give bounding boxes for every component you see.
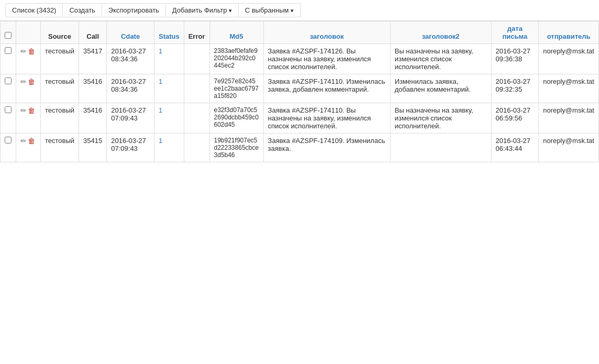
- table-row: ✏🗑тестовый354162016-03-27 07:09:431e32f3…: [1, 103, 599, 134]
- data-table-container: Source Call Cdate Status Error Md5 загол…: [0, 21, 599, 162]
- row-checkbox[interactable]: [5, 106, 12, 113]
- source-header: Source: [41, 21, 79, 44]
- status-cell: 1: [154, 44, 184, 74]
- actions-header: [16, 21, 41, 44]
- data-table: Source Call Cdate Status Error Md5 загол…: [0, 21, 599, 162]
- cdate-cell: 2016-03-27 08:34:36: [107, 74, 154, 103]
- source-cell: тестовый: [41, 103, 79, 134]
- zagolovok2-cell: Вы назначены на заявку, изменился список…: [390, 103, 491, 134]
- call-header: Call: [79, 21, 107, 44]
- toolbar: Список (3432) Создать Экспортировать Доб…: [0, 0, 599, 21]
- otpravitel-cell: noreply@msk.tat: [539, 74, 599, 103]
- call-cell: 35416: [79, 103, 107, 134]
- otpravitel-header[interactable]: отправитель: [539, 21, 599, 44]
- error-cell: [184, 103, 209, 134]
- md5-header[interactable]: Md5: [209, 21, 263, 44]
- select-all-header[interactable]: [1, 21, 16, 44]
- edit-icon[interactable]: ✏: [20, 47, 27, 56]
- zagolovok2-header[interactable]: заголовок2: [390, 21, 491, 44]
- row-actions-cell: ✏🗑: [16, 103, 41, 134]
- data-pisma-header[interactable]: датаписьма: [491, 21, 539, 44]
- cdate-cell: 2016-03-27 07:09:43: [107, 134, 154, 162]
- delete-icon[interactable]: 🗑: [28, 78, 35, 86]
- create-button[interactable]: Создать: [63, 3, 102, 17]
- row-checkbox-cell: [1, 74, 16, 103]
- row-checkbox-cell: [1, 44, 16, 74]
- md5-cell: 7e9257e82c45ee1c2baac6797a15f820: [209, 74, 263, 103]
- row-actions-cell: ✏🗑: [16, 134, 41, 162]
- otpravitel-cell: noreply@msk.tat: [539, 103, 599, 134]
- error-cell: [184, 44, 209, 74]
- edit-icon[interactable]: ✏: [20, 137, 27, 145]
- list-button[interactable]: Список (3432): [5, 3, 63, 17]
- error-cell: [184, 134, 209, 162]
- cdate-cell: 2016-03-27 07:09:43: [107, 103, 154, 134]
- cdate-header[interactable]: Cdate: [107, 21, 154, 44]
- row-checkbox[interactable]: [5, 47, 12, 54]
- data-pisma-cell: 2016-03-27 09:32:35: [491, 74, 539, 103]
- status-cell: 1: [154, 74, 184, 103]
- source-cell: тестовый: [41, 134, 79, 162]
- table-row: ✏🗑тестовый354162016-03-27 08:34:3617e925…: [1, 74, 599, 103]
- table-row: ✏🗑тестовый354152016-03-27 07:09:43119b92…: [1, 134, 599, 162]
- call-cell: 35415: [79, 134, 107, 162]
- zagolovok-cell: Заявка #AZSPF-174110. Вы назначены на за…: [263, 103, 390, 134]
- data-pisma-cell: 2016-03-27 06:43:44: [491, 134, 539, 162]
- md5-cell: 19b921f907ec5d22233865cbce3d5b46: [209, 134, 263, 162]
- add-filter-button[interactable]: Добавить Фильтр: [166, 3, 239, 17]
- call-cell: 35417: [79, 44, 107, 74]
- select-all-checkbox[interactable]: [5, 32, 12, 39]
- row-checkbox[interactable]: [5, 137, 12, 144]
- table-row: ✏🗑тестовый354172016-03-27 08:34:3612383a…: [1, 44, 599, 74]
- otpravitel-cell: noreply@msk.tat: [539, 44, 599, 74]
- row-checkbox-cell: [1, 134, 16, 162]
- row-checkbox-cell: [1, 103, 16, 134]
- zagolovok2-cell: Изменилась заявка, добавлен комментарий.: [390, 74, 491, 103]
- error-header: Error: [184, 21, 209, 44]
- source-cell: тестовый: [41, 44, 79, 74]
- edit-icon[interactable]: ✏: [20, 78, 27, 86]
- zagolovok-cell: Заявка #AZSPF-174109. Изменилась заявка.: [263, 134, 390, 162]
- status-header[interactable]: Status: [154, 21, 184, 44]
- delete-icon[interactable]: 🗑: [28, 137, 35, 145]
- delete-icon[interactable]: 🗑: [28, 47, 35, 56]
- row-actions-cell: ✏🗑: [16, 74, 41, 103]
- md5-cell: 2383aef0efafe9202044b292c0445ec2: [209, 44, 263, 74]
- zagolovok-cell: Заявка #AZSPF-174126. Вы назначены на за…: [263, 44, 390, 74]
- data-pisma-cell: 2016-03-27 06:59:56: [491, 103, 539, 134]
- otpravitel-cell: noreply@msk.tat: [539, 134, 599, 162]
- source-cell: тестовый: [41, 74, 79, 103]
- error-cell: [184, 74, 209, 103]
- zagolovok2-cell: [390, 134, 491, 162]
- zagolovok-header[interactable]: заголовок: [263, 21, 390, 44]
- table-header-row: Source Call Cdate Status Error Md5 загол…: [1, 21, 599, 44]
- row-checkbox[interactable]: [5, 78, 12, 84]
- md5-cell: e32f3d07a70c52690dcbb459c0602d45: [209, 103, 263, 134]
- edit-icon[interactable]: ✏: [20, 106, 27, 115]
- row-actions-cell: ✏🗑: [16, 44, 41, 74]
- status-cell: 1: [154, 103, 184, 134]
- zagolovok-cell: Заявка #AZSPF-174110. Изменилась заявка,…: [263, 74, 390, 103]
- status-cell: 1: [154, 134, 184, 162]
- cdate-cell: 2016-03-27 08:34:36: [107, 44, 154, 74]
- with-selected-button[interactable]: С выбранным: [239, 3, 301, 17]
- export-button[interactable]: Экспортировать: [102, 3, 166, 17]
- zagolovok2-cell: Вы назначены на заявку, изменился список…: [390, 44, 491, 74]
- data-pisma-cell: 2016-03-27 09:36:38: [491, 44, 539, 74]
- call-cell: 35416: [79, 74, 107, 103]
- delete-icon[interactable]: 🗑: [28, 106, 35, 115]
